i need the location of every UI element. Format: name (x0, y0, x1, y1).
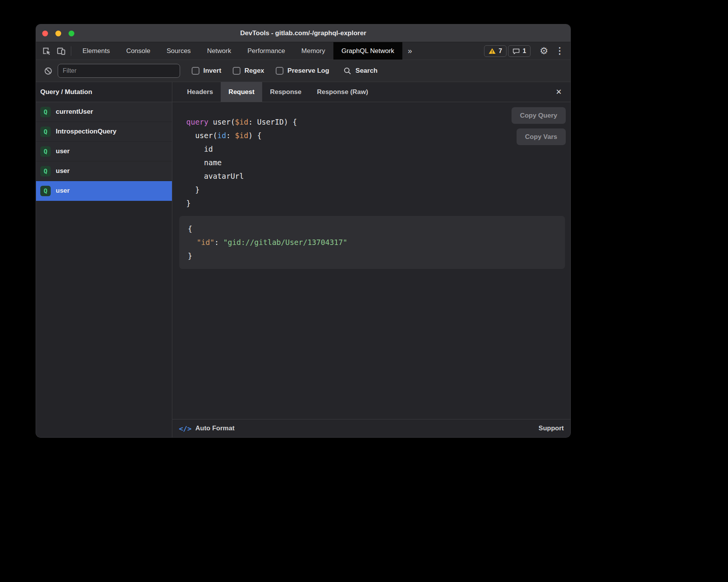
query-list-item-user[interactable]: Quser (36, 142, 172, 161)
query-code-line: avatarUrl (186, 169, 570, 183)
copy-query-button[interactable]: Copy Query (512, 107, 566, 124)
warning-icon (488, 47, 496, 55)
search-label: Search (355, 67, 378, 75)
query-badge-icon: Q (40, 166, 51, 176)
more-tabs-button[interactable]: » (402, 42, 417, 60)
close-panel-icon[interactable]: ✕ (547, 82, 570, 102)
settings-gear-icon[interactable]: ⚙ (540, 46, 548, 56)
query-code-line: name (186, 156, 570, 169)
query-badge-icon: Q (40, 146, 51, 157)
console-messages-badge[interactable]: 1 (508, 45, 531, 57)
auto-format-label[interactable]: Auto Format (196, 425, 235, 432)
title-bar: DevTools - gitlab.com/-/graphql-explorer (36, 24, 570, 42)
devtools-tab-console[interactable]: Console (118, 42, 158, 60)
search-control[interactable]: Search (343, 67, 378, 75)
tabbar-right-controls: 7 1 ⚙ ⋮ (484, 42, 570, 60)
issues-count: 7 (499, 48, 502, 55)
copy-vars-button[interactable]: Copy Vars (517, 128, 566, 145)
devtools-window: DevTools - gitlab.com/-/graphql-explorer… (36, 24, 570, 437)
query-sidebar: Query / Mutation QcurrentUserQIntrospect… (36, 82, 172, 437)
vars-code-line: } (188, 249, 556, 263)
checkbox-box-invert[interactable] (192, 67, 199, 75)
main-split: Query / Mutation QcurrentUserQIntrospect… (36, 82, 570, 437)
query-code-line: user(id: $id) { (186, 129, 570, 142)
zoom-window-button[interactable] (69, 31, 74, 36)
panel-tabs: HeadersRequestResponseResponse (Raw) (179, 82, 376, 102)
query-list-item-currentuser[interactable]: QcurrentUser (36, 102, 172, 122)
checkbox-box-regex[interactable] (233, 67, 240, 75)
console-messages-count: 1 (523, 48, 526, 55)
checkbox-label: Preserve Log (287, 67, 329, 75)
filter-options: InvertRegexPreserve Log (192, 67, 329, 75)
query-list: QcurrentUserQIntrospectionQueryQuserQuse… (36, 102, 172, 201)
window-title: DevTools - gitlab.com/-/graphql-explorer (36, 29, 570, 37)
devtools-tab-elements[interactable]: Elements (74, 42, 118, 60)
request-detail: query user($id: UserID) { user(id: $id) … (172, 102, 570, 419)
speech-bubble-icon (512, 47, 520, 55)
panel-tab-request[interactable]: Request (221, 82, 262, 102)
sidebar-header: Query / Mutation (36, 82, 172, 102)
inspect-element-icon[interactable] (39, 42, 54, 60)
query-list-item-user[interactable]: Quser (36, 181, 172, 201)
query-list-item-introspectionquery[interactable]: QIntrospectionQuery (36, 122, 172, 142)
panel-tab-headers[interactable]: Headers (179, 82, 221, 102)
query-variables-box: { "id": "gid://gitlab/User/13704317"} (179, 216, 565, 269)
devtools-tab-bar: ElementsConsoleSourcesNetworkPerformance… (36, 42, 570, 60)
query-code-line: id (186, 142, 570, 156)
device-toolbar-icon[interactable] (54, 42, 69, 60)
checkbox-preserve-log[interactable]: Preserve Log (276, 67, 329, 75)
devtools-tab-performance[interactable]: Performance (239, 42, 293, 60)
query-badge-icon: Q (40, 186, 51, 196)
panel-tab-response[interactable]: Response (262, 82, 309, 102)
support-link[interactable]: Support (539, 425, 564, 432)
query-label: user (56, 147, 70, 155)
devtools-tab-sources[interactable]: Sources (158, 42, 199, 60)
checkbox-label: Regex (244, 67, 264, 75)
divider (71, 46, 71, 56)
query-label: user (56, 187, 70, 195)
graphql-query-code: query user($id: UserID) { user(id: $id) … (186, 115, 570, 210)
filter-input[interactable] (58, 64, 180, 78)
devtools-tab-memory[interactable]: Memory (293, 42, 333, 60)
vars-code-line: { (188, 222, 556, 236)
query-label: currentUser (56, 108, 93, 116)
checkbox-label: Invert (203, 67, 221, 75)
search-icon (343, 67, 352, 75)
close-window-button[interactable] (42, 31, 48, 36)
auto-format-icon[interactable]: </> (179, 425, 192, 433)
checkbox-box-preserve-log[interactable] (276, 67, 283, 75)
query-label: IntrospectionQuery (56, 128, 117, 135)
more-options-icon[interactable]: ⋮ (555, 46, 564, 55)
vars-code-line: "id": "gid://gitlab/User/13704317" (188, 236, 556, 249)
panel-tab-response-raw[interactable]: Response (Raw) (309, 82, 376, 102)
traffic-lights (42, 24, 74, 42)
checkbox-regex[interactable]: Regex (233, 67, 264, 75)
minimize-window-button[interactable] (55, 31, 61, 36)
query-code-line: } (186, 183, 570, 197)
query-code-line: } (186, 197, 570, 210)
devtools-tab-network[interactable]: Network (199, 42, 239, 60)
request-panel: HeadersRequestResponseResponse (Raw) ✕ q… (172, 82, 570, 437)
query-list-item-user[interactable]: Quser (36, 161, 172, 181)
query-label: user (56, 167, 70, 175)
clear-icon[interactable] (41, 67, 55, 75)
checkbox-invert[interactable]: Invert (192, 67, 221, 75)
query-badge-icon: Q (40, 127, 51, 137)
panel-footer: </> Auto Format Support (172, 419, 570, 437)
filter-toolbar: InvertRegexPreserve Log Search (36, 60, 570, 82)
devtools-tabs: ElementsConsoleSourcesNetworkPerformance… (74, 42, 402, 60)
panel-tab-bar: HeadersRequestResponseResponse (Raw) ✕ (172, 82, 570, 102)
query-badge-icon: Q (40, 107, 51, 117)
issues-badge[interactable]: 7 (484, 45, 507, 57)
devtools-tab-graphql-network[interactable]: GraphQL Network (333, 42, 402, 60)
